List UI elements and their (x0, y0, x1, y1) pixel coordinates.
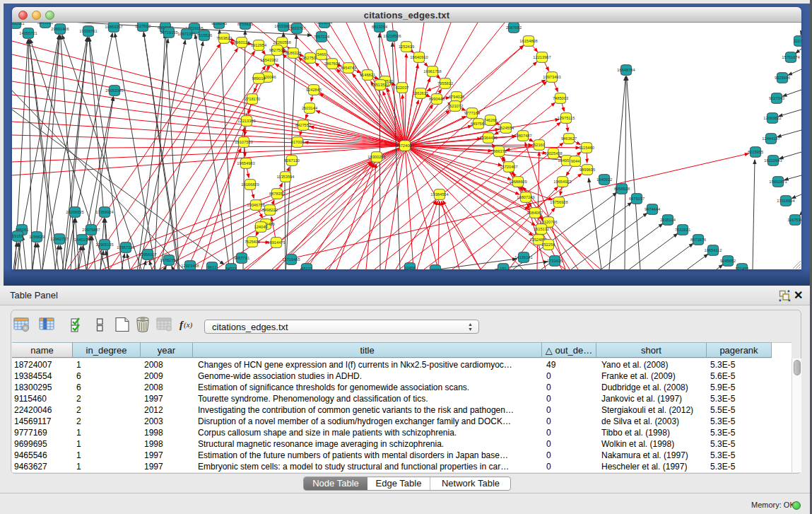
svg-text:2867608: 2867608 (324, 62, 340, 66)
svg-text:12213967: 12213967 (533, 55, 551, 59)
svg-text:19338761: 19338761 (79, 29, 97, 33)
svg-text:1733426: 1733426 (547, 259, 563, 263)
svg-text:10025438: 10025438 (544, 151, 562, 156)
svg-text:7632621: 7632621 (675, 228, 690, 232)
svg-text:10671355: 10671355 (177, 32, 195, 36)
svg-text:21990551: 21990551 (12, 23, 25, 25)
svg-text:2603144: 2603144 (302, 106, 317, 110)
svg-text:16961758: 16961758 (423, 69, 441, 74)
svg-text:(x): (x) (184, 320, 193, 329)
svg-text:8990448: 8990448 (429, 97, 445, 101)
svg-text:10958107: 10958107 (139, 252, 156, 257)
svg-text:9227343: 9227343 (769, 96, 784, 100)
svg-text:5498222: 5498222 (262, 208, 278, 212)
svg-text:6479197: 6479197 (629, 197, 645, 201)
svg-text:8755621: 8755621 (237, 23, 253, 26)
svg-text:19654983: 19654983 (237, 161, 254, 165)
svg-text:10719155: 10719155 (160, 30, 177, 35)
svg-text:9612: 9612 (208, 265, 217, 269)
svg-text:8186328: 8186328 (286, 51, 301, 55)
svg-text:18633707: 18633707 (288, 26, 305, 30)
svg-text:16543382: 16543382 (260, 58, 278, 62)
svg-text:19756928: 19756928 (550, 200, 567, 204)
svg-text:7886372: 7886372 (491, 149, 507, 153)
svg-text:9245652: 9245652 (720, 259, 736, 263)
svg-text:20364436: 20364436 (479, 136, 497, 140)
svg-text:20691406: 20691406 (51, 27, 69, 31)
svg-text:20206535: 20206535 (66, 210, 83, 214)
svg-text:10807487: 10807487 (514, 134, 531, 138)
svg-text:10107553: 10107553 (235, 140, 252, 144)
svg-text:12975115: 12975115 (558, 116, 575, 120)
svg-text:16154808: 16154808 (519, 39, 537, 43)
svg-text:8945121: 8945121 (37, 23, 53, 25)
svg-text:20975887: 20975887 (82, 228, 100, 232)
svg-text:7663822: 7663822 (216, 36, 232, 40)
svg-text:19384554: 19384554 (430, 192, 448, 197)
svg-text:9777169: 9777169 (464, 111, 480, 115)
svg-text:18807249: 18807249 (517, 195, 534, 199)
svg-text:8960124: 8960124 (234, 40, 249, 45)
svg-text:12923468: 12923468 (181, 264, 199, 268)
svg-text:5466: 5466 (317, 52, 326, 57)
svg-text:18640910: 18640910 (410, 55, 428, 59)
svg-text:9899695: 9899695 (579, 168, 595, 172)
svg-text:9463627: 9463627 (561, 136, 577, 141)
svg-text:10654112: 10654112 (705, 248, 722, 252)
svg-text:9527508: 9527508 (302, 56, 318, 60)
svg-text:17957223: 17957223 (117, 245, 134, 250)
svg-text:17359924: 17359924 (95, 210, 113, 214)
svg-text:95121: 95121 (301, 267, 312, 269)
svg-text:9329966: 9329966 (775, 76, 790, 80)
svg-text:16782759: 16782759 (160, 258, 177, 262)
svg-text:7955812: 7955812 (437, 81, 453, 86)
svg-text:10853257: 10853257 (105, 25, 122, 29)
svg-text:1362615: 1362615 (413, 91, 428, 95)
svg-text:9474444: 9474444 (645, 207, 660, 211)
svg-text:14136141: 14136141 (514, 255, 532, 259)
svg-text:7485003: 7485003 (553, 96, 568, 100)
svg-text:9084067: 9084067 (527, 211, 543, 215)
svg-text:9457791: 9457791 (234, 256, 249, 260)
svg-text:8215955: 8215955 (748, 150, 763, 154)
svg-text:17016504: 17016504 (777, 199, 794, 203)
svg-text:151: 151 (500, 267, 507, 269)
svg-text:1252419: 1252419 (399, 45, 414, 49)
svg-text:7515526: 7515526 (196, 33, 212, 37)
svg-text:11353594: 11353594 (277, 175, 295, 179)
svg-text:124049: 124049 (254, 225, 268, 229)
svg-text:9044: 9044 (571, 159, 580, 163)
svg-text:19166829: 19166829 (241, 182, 259, 187)
svg-text:8267110: 8267110 (284, 158, 300, 163)
svg-text:989014: 989014 (252, 76, 266, 81)
svg-text:26053346: 26053346 (105, 88, 123, 93)
svg-text:822037: 822037 (396, 86, 409, 90)
svg-text:12905135: 12905135 (95, 243, 113, 247)
svg-text:10046758: 10046758 (247, 203, 264, 207)
svg-text:19654923: 19654923 (553, 180, 571, 184)
svg-text:1156829: 1156829 (29, 235, 45, 239)
svg-text:62160: 62160 (534, 143, 545, 147)
svg-text:1167534: 1167534 (787, 218, 801, 222)
svg-text:9146821: 9146821 (360, 73, 375, 77)
svg-text:9106545: 9106545 (211, 23, 227, 25)
svg-text:18513532: 18513532 (371, 83, 389, 87)
svg-text:8427552: 8427552 (295, 123, 311, 127)
svg-text:8112: 8112 (431, 268, 440, 269)
svg-text:15720407: 15720407 (500, 165, 517, 169)
svg-text:8813054: 8813054 (372, 25, 387, 29)
svg-text:6794028: 6794028 (449, 95, 464, 99)
svg-text:18724007: 18724007 (396, 144, 413, 148)
svg-text:18300295: 18300295 (367, 155, 385, 159)
svg-text:921455: 921455 (736, 267, 749, 269)
svg-text:10973493: 10973493 (543, 75, 560, 79)
svg-text:15692871: 15692871 (769, 180, 787, 184)
svg-text:2087682: 2087682 (506, 25, 522, 30)
svg-text:1640912: 1640912 (596, 177, 612, 182)
svg-text:8958928: 8958928 (614, 187, 630, 191)
svg-text:252254: 252254 (542, 243, 555, 247)
svg-text:10688609: 10688609 (509, 180, 526, 184)
svg-text:22260558: 22260558 (273, 40, 290, 45)
svg-text:3624554: 3624554 (498, 126, 514, 130)
svg-text:746266: 746266 (484, 118, 498, 122)
